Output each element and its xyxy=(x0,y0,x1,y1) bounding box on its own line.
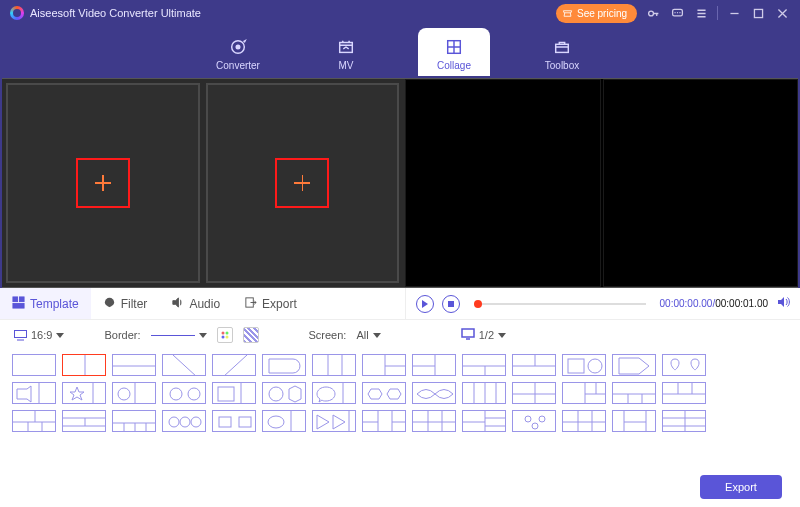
svg-rect-7 xyxy=(556,44,569,52)
template-item[interactable] xyxy=(512,382,556,404)
template-item[interactable] xyxy=(162,354,206,376)
svg-line-21 xyxy=(173,355,197,375)
export-button[interactable]: Export xyxy=(700,475,782,499)
close-button[interactable] xyxy=(774,5,790,21)
template-item[interactable] xyxy=(662,410,706,432)
tab-toolbox[interactable]: Toolbox xyxy=(526,28,598,76)
template-item[interactable] xyxy=(462,382,506,404)
tab-collage[interactable]: Collage xyxy=(418,28,490,76)
template-item[interactable] xyxy=(262,382,306,404)
template-item[interactable] xyxy=(112,354,156,376)
template-item[interactable] xyxy=(362,410,406,432)
template-item[interactable] xyxy=(12,354,56,376)
svg-rect-8 xyxy=(13,296,18,301)
screen-dropdown[interactable]: All xyxy=(356,329,380,341)
svg-point-71 xyxy=(180,417,190,427)
template-item[interactable] xyxy=(562,410,606,432)
template-item[interactable] xyxy=(512,410,556,432)
collage-slot-1[interactable] xyxy=(6,83,200,283)
caret-down-icon xyxy=(199,333,207,338)
template-item[interactable] xyxy=(112,410,156,432)
title-bar: Aiseesoft Video Converter Ultimate See p… xyxy=(0,0,800,26)
template-item[interactable] xyxy=(212,382,256,404)
template-row xyxy=(12,354,788,376)
border-label: Border: xyxy=(104,329,140,341)
collage-slot-2[interactable] xyxy=(206,83,400,283)
template-item[interactable] xyxy=(12,382,56,404)
menu-icon[interactable] xyxy=(693,5,709,21)
template-item[interactable] xyxy=(512,354,556,376)
template-item[interactable] xyxy=(362,354,406,376)
export-button-label: Export xyxy=(725,481,757,493)
stop-button[interactable] xyxy=(442,295,460,313)
svg-rect-12 xyxy=(448,301,454,307)
svg-rect-18 xyxy=(462,329,474,337)
tab-mv[interactable]: MV xyxy=(310,28,382,76)
template-item[interactable] xyxy=(62,382,106,404)
preview-area xyxy=(2,78,798,288)
subtab-template[interactable]: Template xyxy=(0,288,91,319)
template-item[interactable] xyxy=(262,354,306,376)
volume-icon[interactable] xyxy=(776,295,790,312)
tab-converter[interactable]: Converter xyxy=(202,28,274,76)
subtab-export[interactable]: Export xyxy=(232,288,309,319)
template-item[interactable] xyxy=(12,410,56,432)
aspect-ratio-dropdown[interactable]: 16:9 xyxy=(14,329,64,341)
main-tabs: Converter MV Collage Toolbox xyxy=(0,26,800,76)
subtab-filter[interactable]: Filter xyxy=(91,288,160,319)
template-item[interactable] xyxy=(662,354,706,376)
key-icon[interactable] xyxy=(645,5,661,21)
subtab-audio[interactable]: Audio xyxy=(159,288,232,319)
template-item[interactable] xyxy=(412,410,456,432)
template-item[interactable] xyxy=(312,354,356,376)
maximize-button[interactable] xyxy=(750,5,766,21)
minimize-button[interactable] xyxy=(726,5,742,21)
caret-down-icon xyxy=(56,333,64,338)
svg-point-38 xyxy=(118,388,130,400)
template-item[interactable] xyxy=(312,382,356,404)
timeline-handle[interactable] xyxy=(474,300,482,308)
caret-down-icon xyxy=(498,333,506,338)
template-item[interactable] xyxy=(312,410,356,432)
filter-icon xyxy=(103,296,116,312)
template-item[interactable] xyxy=(262,410,306,432)
aspect-icon xyxy=(14,330,27,341)
preview-player-pane xyxy=(405,79,798,287)
timeline-slider[interactable] xyxy=(474,303,646,305)
template-item[interactable] xyxy=(212,410,256,432)
template-item[interactable] xyxy=(612,410,656,432)
timecode: 00:00:00.00/00:00:01.00 xyxy=(660,298,768,309)
add-media-button-2[interactable] xyxy=(275,158,329,208)
template-item[interactable] xyxy=(562,382,606,404)
template-item[interactable] xyxy=(412,354,456,376)
border-style-dropdown[interactable] xyxy=(151,333,207,338)
template-item[interactable] xyxy=(462,354,506,376)
border-color-button[interactable] xyxy=(217,327,233,343)
footer-bar: Export xyxy=(0,467,800,507)
feedback-icon[interactable] xyxy=(669,5,685,21)
template-item[interactable] xyxy=(62,410,106,432)
template-item[interactable] xyxy=(112,382,156,404)
tab-mv-label: MV xyxy=(339,60,354,71)
template-item[interactable] xyxy=(362,382,406,404)
mv-icon xyxy=(337,38,355,56)
template-item[interactable] xyxy=(662,382,706,404)
template-item[interactable] xyxy=(462,410,506,432)
template-item-selected[interactable] xyxy=(62,354,106,376)
template-item[interactable] xyxy=(412,382,456,404)
border-pattern-button[interactable] xyxy=(243,327,259,343)
template-item[interactable] xyxy=(612,354,656,376)
play-button[interactable] xyxy=(416,295,434,313)
svg-point-75 xyxy=(268,416,284,428)
svg-point-34 xyxy=(588,359,602,373)
template-item[interactable] xyxy=(162,410,206,432)
caret-down-icon xyxy=(373,333,381,338)
template-item[interactable] xyxy=(562,354,606,376)
template-item[interactable] xyxy=(612,382,656,404)
template-item[interactable] xyxy=(162,382,206,404)
page-selector[interactable]: 1/2 xyxy=(461,328,506,342)
see-pricing-button[interactable]: See pricing xyxy=(556,4,637,23)
add-media-button-1[interactable] xyxy=(76,158,130,208)
template-item[interactable] xyxy=(212,354,256,376)
svg-point-4 xyxy=(236,45,240,49)
